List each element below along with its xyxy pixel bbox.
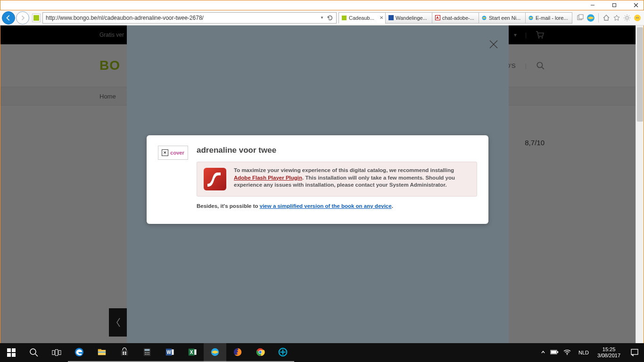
svg-rect-48 — [195, 350, 197, 355]
besides-pre: Besides, it's possible to — [197, 203, 260, 209]
svg-rect-18 — [12, 348, 16, 352]
adobe-icon: A — [434, 15, 441, 21]
site-icon — [388, 15, 394, 21]
tab-start[interactable]: Start een Ni... — [479, 12, 526, 24]
edge-app[interactable] — [68, 343, 91, 362]
svg-rect-31 — [123, 352, 124, 353]
svg-rect-24 — [55, 350, 58, 356]
separator — [598, 13, 599, 23]
svg-rect-29 — [98, 352, 106, 353]
tab-label: Wandelinge... — [396, 15, 430, 21]
svg-rect-45 — [172, 350, 174, 355]
tab-email[interactable]: E-mail - lore... — [525, 12, 572, 24]
tab-close-icon[interactable]: ✕ — [380, 15, 383, 20]
browser-toolbar: http://www.bongo.be/nl/cadeaubon-adrenal… — [0, 10, 644, 25]
battery-icon[interactable] — [550, 349, 559, 356]
svg-rect-34 — [125, 354, 126, 355]
modal-title: adrenaline voor twee — [197, 146, 477, 155]
svg-point-21 — [30, 349, 36, 354]
taskbar: W X NLD 15:25 3/08/2017 — [0, 343, 644, 362]
svg-rect-61 — [631, 349, 638, 354]
clock-date: 3/08/2017 — [597, 353, 620, 359]
support-app[interactable] — [272, 343, 294, 362]
clock-time: 15:25 — [597, 346, 620, 353]
start-button[interactable] — [0, 343, 23, 362]
store-app[interactable] — [113, 343, 136, 362]
scrollbar-thumb[interactable] — [637, 27, 643, 122]
window-minimize-button[interactable] — [586, 0, 599, 10]
settings-icon[interactable] — [622, 13, 632, 23]
tab-label: E-mail - lore... — [536, 15, 570, 21]
simplified-version-link[interactable]: view a simplified version of the book on… — [260, 203, 392, 209]
new-tab-button[interactable] — [576, 13, 585, 23]
svg-rect-32 — [125, 352, 126, 353]
svg-point-40 — [145, 354, 146, 355]
svg-rect-20 — [12, 353, 16, 357]
flash-warning-text: To maximize your viewing experience of t… — [234, 167, 471, 191]
svg-text:W: W — [166, 350, 171, 355]
svg-point-41 — [147, 354, 148, 355]
ie-app[interactable] — [204, 343, 226, 362]
svg-rect-59 — [551, 351, 556, 354]
svg-point-60 — [567, 354, 568, 355]
vertical-scrollbar[interactable] — [636, 25, 644, 343]
tab-label: chat-adobe-... — [442, 15, 477, 21]
tab-cadeaubon[interactable]: Cadeaub... ✕ — [339, 12, 386, 24]
svg-point-53 — [259, 351, 261, 353]
window-close-button[interactable] — [629, 0, 643, 10]
excel-app[interactable]: X — [181, 343, 204, 362]
modal-close-button[interactable] — [489, 40, 498, 49]
clock[interactable]: 15:25 3/08/2017 — [593, 346, 625, 359]
svg-rect-7 — [579, 15, 583, 19]
modal-card: ✕ cover adrenaline voor twee To maximize… — [147, 135, 488, 224]
tray-chevron-icon[interactable] — [541, 350, 545, 355]
svg-rect-30 — [121, 350, 128, 355]
svg-rect-23 — [52, 350, 55, 354]
flash-plugin-link[interactable]: Adobe Flash Player Plugin — [234, 175, 302, 181]
language-indicator[interactable]: NLD — [575, 350, 593, 355]
browser-viewport: Gratis ver ▾ | BO O'S | Home 8,7/10 n, — [0, 25, 644, 343]
flash-text-pre: To maximize your viewing experience of t… — [234, 167, 454, 173]
feedback-icon[interactable]: •• — [633, 13, 642, 23]
toolbar-icons: •• — [576, 13, 642, 23]
home-icon[interactable] — [602, 13, 611, 23]
system-tray: NLD 15:25 3/08/2017 — [537, 343, 644, 362]
svg-rect-33 — [123, 354, 124, 355]
calculator-app[interactable] — [136, 343, 158, 362]
bongo-icon — [341, 15, 347, 21]
chrome-app[interactable] — [249, 343, 272, 362]
svg-rect-1 — [613, 4, 616, 7]
address-bar[interactable]: http://www.bongo.be/nl/cadeaubon-adrenal… — [42, 12, 337, 24]
back-button[interactable] — [2, 11, 15, 25]
svg-rect-36 — [145, 349, 150, 351]
svg-point-9 — [626, 16, 628, 19]
svg-point-37 — [145, 352, 146, 353]
cover-thumbnail[interactable]: ✕ cover — [158, 146, 188, 160]
tab-wandelingen[interactable]: Wandelinge... — [385, 12, 432, 24]
svg-line-22 — [35, 354, 38, 356]
action-center-button[interactable] — [625, 343, 644, 362]
cover-label: cover — [170, 150, 184, 156]
wifi-icon[interactable] — [563, 349, 571, 356]
svg-point-42 — [149, 354, 149, 355]
forward-button[interactable] — [16, 11, 29, 25]
tab-strip: Cadeaub... ✕ Wandelinge... A chat-adobe-… — [339, 12, 572, 24]
ie-logo-icon[interactable] — [586, 13, 595, 23]
task-view-button[interactable] — [45, 343, 68, 362]
word-app[interactable]: W — [158, 343, 181, 362]
svg-rect-16 — [204, 168, 226, 190]
favorites-icon[interactable] — [612, 13, 621, 23]
besides-post: . — [392, 203, 393, 209]
svg-rect-28 — [98, 349, 101, 351]
dropdown-icon[interactable]: ▼ — [320, 16, 324, 20]
refresh-button[interactable] — [327, 15, 333, 21]
svg-rect-58 — [557, 351, 558, 353]
svg-point-39 — [149, 352, 149, 353]
tab-label: Cadeaub... — [349, 15, 378, 21]
firefox-app[interactable] — [226, 343, 249, 362]
file-explorer-app[interactable] — [91, 343, 113, 362]
window-maximize-button[interactable] — [608, 0, 621, 10]
tab-adobe[interactable]: A chat-adobe-... — [432, 12, 479, 24]
search-button[interactable] — [23, 343, 45, 362]
site-favicon — [32, 14, 41, 22]
